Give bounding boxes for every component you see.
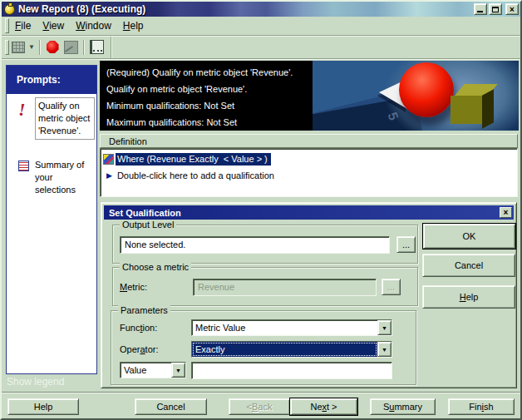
status-line: Maximum qualifications: Not Set [106, 116, 313, 133]
prompt-status-panel: (Required) Qualify on metric object 'Rev… [100, 61, 313, 131]
definition-list[interactable]: Where (Revenue Exactly < Value > ) ▶ Dou… [100, 148, 518, 197]
function-dropdown[interactable]: Metric Value ▼ [191, 319, 392, 336]
chevron-down-icon[interactable]: ▼ [377, 320, 392, 335]
wizard-next-button[interactable]: Next > [289, 398, 358, 416]
menu-file[interactable]: File [9, 18, 37, 33]
title-bar[interactable]: New Report (8) (Executing) × [2, 2, 520, 17]
operator-label: Operator: [120, 344, 159, 354]
close-icon: × [504, 208, 509, 217]
add-qualification-label[interactable]: Double-click here to add a qualification [117, 170, 274, 180]
graph-button[interactable] [62, 39, 80, 56]
dialog-title-bar[interactable]: Set Qualification × [104, 205, 514, 220]
chevron-down-icon[interactable]: ▼ [171, 363, 185, 378]
prompts-panel: Prompts: ! Qualify on metric object 'Rev… [6, 65, 97, 374]
wizard-back-button-disabled: < Back [229, 398, 290, 415]
show-legend-link[interactable]: Show legend [7, 376, 64, 388]
metric-browse-button-disabled: ... [382, 279, 401, 295]
add-qualification-row[interactable]: ▶ Double-click here to add a qualificati… [103, 167, 515, 183]
grid-dropdown-button[interactable]: ▼ [27, 43, 36, 51]
definition-section: Definition Where (Revenue Exactly < Valu… [100, 134, 518, 197]
definition-header: Definition [100, 134, 518, 148]
cube-icon [482, 89, 494, 128]
toolbar-separator [39, 40, 40, 55]
stop-execution-button[interactable] [43, 39, 62, 56]
prompt-item-label[interactable]: Qualify on metric object 'Revenue'. [35, 97, 95, 140]
output-level-browse-button[interactable]: ... [396, 236, 416, 253]
menu-bar: File View Window Help [2, 17, 520, 36]
status-line: Qualify on metric object 'Revenue'. [106, 83, 313, 100]
metric-label: Metric: [120, 282, 147, 292]
value-type-value[interactable]: Value [121, 363, 171, 378]
prompt-item-label[interactable]: Summary of your selections [35, 159, 93, 196]
alert-icon: ! [18, 99, 26, 121]
parameters-group: Parameters Function: Metric Value ▼ Oper… [111, 310, 416, 385]
toolbar: ▼ [2, 36, 520, 59]
red-sphere-icon [399, 62, 454, 117]
close-button[interactable]: × [505, 3, 519, 15]
timer-icon [4, 4, 15, 15]
summary-grid-icon [18, 161, 29, 171]
help-button[interactable]: Help [422, 285, 515, 309]
ok-button[interactable]: OK [422, 223, 516, 250]
report-grid-icon [12, 42, 25, 53]
output-level-field[interactable]: None selected. [120, 236, 390, 254]
graph-icon [64, 41, 78, 54]
value-input[interactable] [191, 362, 392, 379]
wizard-help-button[interactable]: Help [7, 398, 79, 415]
toolbar-group: ▼ [9, 37, 111, 58]
status-line: (Required) Qualify on metric object 'Rev… [106, 67, 313, 83]
hero-image: 5 [313, 61, 519, 131]
arrow-right-icon: ▶ [106, 171, 112, 180]
function-label: Function: [120, 323, 157, 333]
maximize-icon [492, 7, 499, 12]
toolbar-separator [83, 40, 84, 55]
set-qualification-dialog: Set Qualification × Output Level None se… [101, 202, 517, 388]
choose-metric-group: Choose a metric Metric: Revenue ... [112, 267, 418, 306]
qualification-label[interactable]: Where (Revenue Exactly < Value > ) [116, 153, 271, 166]
group-label: Parameters [118, 305, 170, 315]
menu-window[interactable]: Window [70, 18, 117, 33]
report-grid-button[interactable] [9, 39, 27, 56]
maximize-button[interactable] [489, 3, 502, 15]
cancel-button[interactable]: Cancel [422, 254, 515, 277]
close-icon: × [510, 5, 515, 14]
application-window: New Report (8) (Executing) × File View W… [0, 0, 522, 420]
value-type-dropdown[interactable]: Value ▼ [120, 362, 186, 378]
prompts-title: Prompts: [17, 74, 61, 86]
status-line: Minimum qualifications: Not Set [106, 100, 313, 116]
notes-icon [90, 40, 104, 54]
prompts-header: Prompts: [7, 66, 96, 94]
cube-icon [451, 96, 482, 124]
dialog-title: Set Qualification [104, 208, 181, 218]
metric-field-disabled: Revenue [193, 279, 377, 296]
wizard-summary-button[interactable]: Summary [370, 398, 436, 415]
qualification-row[interactable]: Where (Revenue Exactly < Value > ) [103, 151, 515, 167]
group-label: Output Level [120, 220, 176, 230]
group-label: Choose a metric [120, 262, 191, 272]
operator-value-selected[interactable]: Exactly [192, 342, 377, 357]
operator-dropdown[interactable]: Exactly ▼ [191, 341, 392, 358]
wizard-cancel-button[interactable]: Cancel [135, 398, 207, 415]
window-title: New Report (8) (Executing) [18, 3, 145, 15]
minimize-icon [477, 11, 483, 12]
output-level-group: Output Level None selected. ... [112, 225, 418, 264]
minimize-button[interactable] [474, 3, 487, 15]
chevron-down-icon[interactable]: ▼ [377, 342, 392, 357]
notes-button[interactable] [87, 39, 106, 56]
ok-button-face[interactable]: OK [423, 224, 515, 249]
wizard-finish-button[interactable]: Finish [448, 398, 515, 415]
function-value[interactable]: Metric Value [192, 320, 377, 335]
menu-view[interactable]: View [37, 18, 70, 33]
qualification-icon [103, 154, 114, 165]
menu-help[interactable]: Help [117, 18, 150, 33]
stop-execution-icon [47, 41, 59, 53]
footer-separator [2, 392, 520, 393]
dialog-close-button[interactable]: × [500, 207, 512, 218]
next-button-face[interactable]: Next > [290, 398, 357, 415]
